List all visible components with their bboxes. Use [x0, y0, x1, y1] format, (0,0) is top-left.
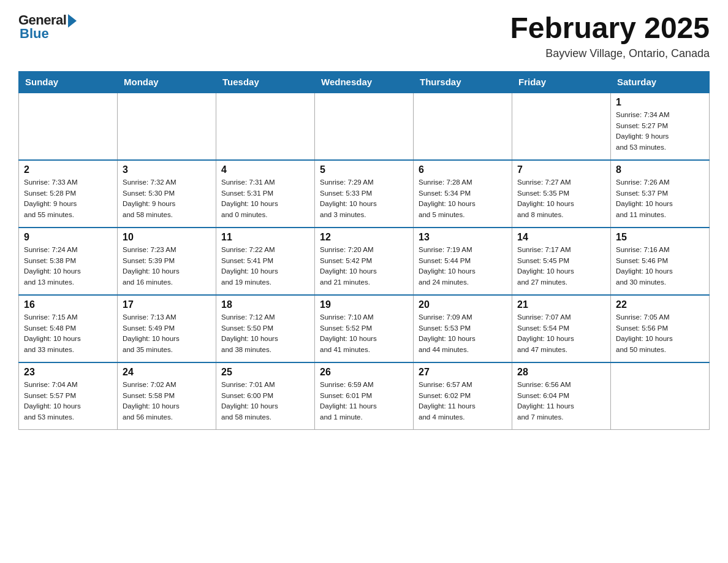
day-info: Sunrise: 7:31 AMSunset: 5:31 PMDaylight:…	[221, 177, 309, 221]
calendar-cell: 3Sunrise: 7:32 AMSunset: 5:30 PMDaylight…	[118, 160, 216, 228]
calendar-cell: 23Sunrise: 7:04 AMSunset: 5:57 PMDayligh…	[19, 362, 118, 430]
day-number: 7	[517, 164, 605, 175]
day-number: 25	[221, 367, 309, 378]
day-info: Sunrise: 7:20 AMSunset: 5:42 PMDaylight:…	[320, 245, 408, 288]
calendar-cell	[19, 93, 118, 160]
day-info: Sunrise: 7:10 AMSunset: 5:52 PMDaylight:…	[320, 312, 408, 356]
week-row-2: 2Sunrise: 7:33 AMSunset: 5:28 PMDaylight…	[19, 160, 710, 228]
weekday-header-wednesday: Wednesday	[315, 71, 414, 93]
calendar-cell: 13Sunrise: 7:19 AMSunset: 5:44 PMDayligh…	[414, 228, 512, 295]
day-number: 5	[320, 164, 408, 175]
day-info: Sunrise: 7:16 AMSunset: 5:46 PMDaylight:…	[616, 245, 704, 288]
calendar-cell: 19Sunrise: 7:10 AMSunset: 5:52 PMDayligh…	[315, 295, 414, 362]
day-info: Sunrise: 7:13 AMSunset: 5:49 PMDaylight:…	[123, 312, 211, 356]
day-number: 4	[221, 164, 309, 175]
calendar-cell: 27Sunrise: 6:57 AMSunset: 6:02 PMDayligh…	[414, 362, 512, 430]
calendar-cell: 7Sunrise: 7:27 AMSunset: 5:35 PMDaylight…	[512, 160, 611, 228]
weekday-header-thursday: Thursday	[414, 71, 512, 93]
day-number: 12	[320, 232, 408, 243]
day-info: Sunrise: 7:29 AMSunset: 5:33 PMDaylight:…	[320, 177, 408, 221]
calendar-cell	[118, 93, 216, 160]
calendar-cell: 26Sunrise: 6:59 AMSunset: 6:01 PMDayligh…	[315, 362, 414, 430]
calendar-cell: 14Sunrise: 7:17 AMSunset: 5:45 PMDayligh…	[512, 228, 611, 295]
day-info: Sunrise: 7:33 AMSunset: 5:28 PMDaylight:…	[24, 177, 112, 221]
month-title: February 2025	[510, 12, 710, 45]
calendar-cell	[315, 93, 414, 160]
weekday-header-friday: Friday	[512, 71, 611, 93]
day-info: Sunrise: 7:12 AMSunset: 5:50 PMDaylight:…	[221, 312, 309, 356]
day-number: 2	[24, 164, 112, 175]
calendar-cell: 8Sunrise: 7:26 AMSunset: 5:37 PMDaylight…	[611, 160, 710, 228]
week-row-3: 9Sunrise: 7:24 AMSunset: 5:38 PMDaylight…	[19, 228, 710, 295]
week-row-1: 1Sunrise: 7:34 AMSunset: 5:27 PMDaylight…	[19, 93, 710, 160]
day-number: 26	[320, 367, 408, 378]
day-info: Sunrise: 7:17 AMSunset: 5:45 PMDaylight:…	[517, 245, 605, 288]
calendar-cell: 21Sunrise: 7:07 AMSunset: 5:54 PMDayligh…	[512, 295, 611, 362]
day-info: Sunrise: 7:19 AMSunset: 5:44 PMDaylight:…	[419, 245, 507, 288]
week-row-5: 23Sunrise: 7:04 AMSunset: 5:57 PMDayligh…	[19, 362, 710, 430]
day-info: Sunrise: 7:34 AMSunset: 5:27 PMDaylight:…	[616, 110, 704, 153]
calendar-cell: 10Sunrise: 7:23 AMSunset: 5:39 PMDayligh…	[118, 228, 216, 295]
calendar-cell: 6Sunrise: 7:28 AMSunset: 5:34 PMDaylight…	[414, 160, 512, 228]
calendar-cell: 1Sunrise: 7:34 AMSunset: 5:27 PMDaylight…	[611, 93, 710, 160]
calendar-cell: 4Sunrise: 7:31 AMSunset: 5:31 PMDaylight…	[216, 160, 315, 228]
day-info: Sunrise: 7:02 AMSunset: 5:58 PMDaylight:…	[123, 380, 211, 423]
day-info: Sunrise: 7:07 AMSunset: 5:54 PMDaylight:…	[517, 312, 605, 356]
location-text: Bayview Village, Ontario, Canada	[510, 47, 710, 60]
calendar-cell	[512, 93, 611, 160]
calendar-cell: 20Sunrise: 7:09 AMSunset: 5:53 PMDayligh…	[414, 295, 512, 362]
day-info: Sunrise: 7:28 AMSunset: 5:34 PMDaylight:…	[419, 177, 507, 221]
calendar-cell: 2Sunrise: 7:33 AMSunset: 5:28 PMDaylight…	[19, 160, 118, 228]
day-info: Sunrise: 6:59 AMSunset: 6:01 PMDaylight:…	[320, 380, 408, 423]
calendar-cell: 15Sunrise: 7:16 AMSunset: 5:46 PMDayligh…	[611, 228, 710, 295]
day-info: Sunrise: 7:15 AMSunset: 5:48 PMDaylight:…	[24, 312, 112, 356]
day-number: 18	[221, 299, 309, 310]
day-info: Sunrise: 7:09 AMSunset: 5:53 PMDaylight:…	[419, 312, 507, 356]
calendar-cell	[414, 93, 512, 160]
day-number: 10	[123, 232, 211, 243]
calendar-cell: 28Sunrise: 6:56 AMSunset: 6:04 PMDayligh…	[512, 362, 611, 430]
calendar-cell: 5Sunrise: 7:29 AMSunset: 5:33 PMDaylight…	[315, 160, 414, 228]
calendar-cell: 16Sunrise: 7:15 AMSunset: 5:48 PMDayligh…	[19, 295, 118, 362]
calendar-cell: 25Sunrise: 7:01 AMSunset: 6:00 PMDayligh…	[216, 362, 315, 430]
day-info: Sunrise: 7:27 AMSunset: 5:35 PMDaylight:…	[517, 177, 605, 221]
week-row-4: 16Sunrise: 7:15 AMSunset: 5:48 PMDayligh…	[19, 295, 710, 362]
calendar-cell: 24Sunrise: 7:02 AMSunset: 5:58 PMDayligh…	[118, 362, 216, 430]
day-number: 8	[616, 164, 704, 175]
page-header: General Blue February 2025 Bayview Villa…	[18, 12, 710, 60]
day-number: 14	[517, 232, 605, 243]
day-number: 13	[419, 232, 507, 243]
calendar-cell: 9Sunrise: 7:24 AMSunset: 5:38 PMDaylight…	[19, 228, 118, 295]
day-info: Sunrise: 7:24 AMSunset: 5:38 PMDaylight:…	[24, 245, 112, 288]
calendar-table: SundayMondayTuesdayWednesdayThursdayFrid…	[18, 71, 710, 431]
day-info: Sunrise: 7:05 AMSunset: 5:56 PMDaylight:…	[616, 312, 704, 356]
day-info: Sunrise: 7:22 AMSunset: 5:41 PMDaylight:…	[221, 245, 309, 288]
weekday-header-sunday: Sunday	[19, 71, 118, 93]
day-info: Sunrise: 7:26 AMSunset: 5:37 PMDaylight:…	[616, 177, 704, 221]
day-number: 9	[24, 232, 112, 243]
calendar-cell	[611, 362, 710, 430]
day-info: Sunrise: 7:32 AMSunset: 5:30 PMDaylight:…	[123, 177, 211, 221]
day-number: 28	[517, 367, 605, 378]
day-info: Sunrise: 7:23 AMSunset: 5:39 PMDaylight:…	[123, 245, 211, 288]
day-info: Sunrise: 7:04 AMSunset: 5:57 PMDaylight:…	[24, 380, 112, 423]
calendar-cell: 22Sunrise: 7:05 AMSunset: 5:56 PMDayligh…	[611, 295, 710, 362]
day-number: 1	[616, 97, 704, 108]
day-number: 24	[123, 367, 211, 378]
title-block: February 2025 Bayview Village, Ontario, …	[510, 12, 710, 60]
day-number: 27	[419, 367, 507, 378]
day-number: 20	[419, 299, 507, 310]
weekday-header-monday: Monday	[118, 71, 216, 93]
calendar-cell: 17Sunrise: 7:13 AMSunset: 5:49 PMDayligh…	[118, 295, 216, 362]
weekday-header-row: SundayMondayTuesdayWednesdayThursdayFrid…	[19, 71, 710, 93]
weekday-header-tuesday: Tuesday	[216, 71, 315, 93]
weekday-header-saturday: Saturday	[611, 71, 710, 93]
day-info: Sunrise: 6:56 AMSunset: 6:04 PMDaylight:…	[517, 380, 605, 423]
calendar-cell	[216, 93, 315, 160]
day-number: 11	[221, 232, 309, 243]
day-number: 15	[616, 232, 704, 243]
day-info: Sunrise: 6:57 AMSunset: 6:02 PMDaylight:…	[419, 380, 507, 423]
logo-arrow-icon	[68, 14, 77, 28]
logo-blue-text: Blue	[18, 26, 49, 42]
calendar-cell: 11Sunrise: 7:22 AMSunset: 5:41 PMDayligh…	[216, 228, 315, 295]
